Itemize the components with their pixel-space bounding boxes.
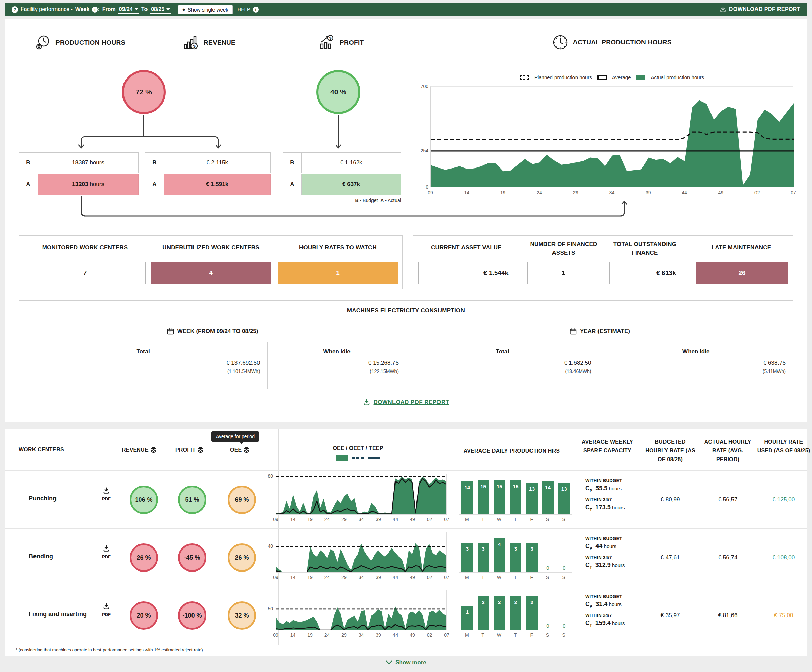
spark-y-label: 80 bbox=[259, 473, 273, 479]
x-tick-label: 09 bbox=[273, 575, 278, 580]
profit-percent-circle-value: -45 % bbox=[184, 554, 200, 561]
download-row-pdf-button[interactable]: PDF bbox=[96, 603, 116, 617]
day-label: W bbox=[497, 633, 502, 638]
cell-value: € 638,75 bbox=[599, 360, 793, 367]
bar-slot: 3 bbox=[524, 532, 540, 572]
oee-trend-chart bbox=[276, 590, 447, 630]
column-header-used-rate: HOURLY RATE USED (AS OF 08/25) bbox=[756, 438, 810, 455]
within-247-label: WITHIN 24/7 bbox=[585, 555, 624, 560]
daily-bar-value: 13 bbox=[556, 486, 572, 492]
sort-icon[interactable] bbox=[150, 447, 156, 453]
work-centers-panel: Average for period WORK CENTERS REVENUE … bbox=[5, 429, 807, 656]
x-tick-label: 49 bbox=[410, 575, 415, 580]
daily-bar-zero: 0 bbox=[540, 565, 556, 571]
cell-label: When idle bbox=[268, 348, 406, 355]
sort-icon[interactable] bbox=[244, 447, 249, 453]
hourly-rate-used: € 125,00 bbox=[756, 496, 810, 503]
day-label: S bbox=[546, 633, 549, 638]
oee-percent-circle-value: 32 % bbox=[235, 612, 249, 619]
show-more-button[interactable]: Show more bbox=[386, 659, 426, 666]
app-title: Facility performance - bbox=[20, 7, 73, 12]
day-label: T bbox=[481, 517, 484, 522]
from-label: From bbox=[102, 7, 116, 12]
spark-x-axis-labels: 0914192429343944490207 bbox=[276, 517, 447, 522]
actual-legend-swatch bbox=[636, 75, 645, 80]
x-tick-label: 34 bbox=[609, 190, 615, 195]
show-single-week-label: Show single week bbox=[188, 7, 229, 12]
oee-oeet-teep-label: OEE / OEET / TEEP bbox=[317, 444, 399, 453]
outstanding-finance-label: TOTAL OUTSTANDING FINANCE bbox=[606, 240, 684, 258]
download-icon bbox=[720, 6, 727, 13]
work-center-name: Bending bbox=[29, 553, 53, 560]
daily-production-chart: 14151515131413 bbox=[459, 474, 572, 515]
aph-chart-legend: Planned production hours Average Actual … bbox=[430, 75, 793, 80]
x-tick-label: 24 bbox=[324, 633, 330, 638]
week-idle-cell: When idle € 15.268,75 (122.15MWh) bbox=[267, 342, 406, 389]
x-tick-label: 09 bbox=[428, 190, 433, 195]
x-tick-label: 07 bbox=[444, 517, 449, 522]
planned-legend-swatch bbox=[520, 75, 529, 80]
x-tick-label: 49 bbox=[718, 190, 724, 195]
revenue-percent-circle-value: 26 % bbox=[137, 554, 150, 561]
divider bbox=[520, 235, 520, 289]
column-header-oee-legend: OEE / OEET / TEEP bbox=[317, 444, 399, 461]
value: 18387 bbox=[72, 159, 88, 166]
column-header-actual-rate: ACTUAL HOURLY RATE (AVG. PERIOD) bbox=[701, 438, 755, 464]
average-legend-swatch bbox=[597, 75, 607, 80]
to-label: To bbox=[142, 7, 148, 12]
to-week-select[interactable]: 08/25 bbox=[150, 6, 171, 14]
chevron-down-icon bbox=[135, 9, 138, 10]
x-tick-label: 44 bbox=[393, 575, 398, 580]
sort-icon[interactable] bbox=[198, 447, 203, 453]
spark-x-axis-labels: 0914192429343944490207 bbox=[276, 575, 447, 580]
year-consumption-header: YEAR (ESTIMATE) bbox=[406, 321, 793, 342]
download-pdf-report-link[interactable]: DOWNLOAD PDF REPORT bbox=[363, 399, 449, 406]
oee-trend-chart bbox=[276, 474, 447, 515]
bar-slot: 15 bbox=[475, 474, 491, 514]
x-tick-label: 39 bbox=[646, 190, 651, 195]
profit-percent-circle-value: 51 % bbox=[185, 496, 199, 503]
y-tick-0: 0 bbox=[414, 184, 428, 190]
actual-row: A 13203 hours bbox=[19, 174, 139, 195]
bar-slot: 4 bbox=[491, 532, 507, 572]
bar-slot: 13 bbox=[524, 474, 540, 514]
pdf-label: PDF bbox=[96, 554, 116, 559]
from-week-select[interactable]: 09/24 bbox=[118, 6, 139, 14]
bar-slot: 3 bbox=[507, 532, 524, 572]
daily-bar-value: 3 bbox=[475, 546, 491, 551]
within-budget-label: WITHIN BUDGET bbox=[585, 594, 624, 599]
download-row-pdf-button[interactable]: PDF bbox=[96, 487, 116, 501]
help-circle-icon[interactable]: ? bbox=[12, 7, 18, 13]
download-pdf-report-button[interactable]: DOWNLOAD PDF REPORT bbox=[720, 6, 800, 13]
cell-value: € 15.268,75 bbox=[268, 360, 406, 367]
bar-slot: 14 bbox=[459, 474, 475, 514]
budget-actual-legend: B - Budget A - Actual bbox=[299, 198, 401, 203]
within-budget-label: WITHIN BUDGET bbox=[585, 478, 624, 483]
day-label: S bbox=[562, 575, 565, 580]
show-more-label: Show more bbox=[395, 659, 426, 666]
download-row-pdf-button[interactable]: PDF bbox=[96, 545, 116, 559]
actual-hourly-rate: € 56,57 bbox=[701, 496, 755, 503]
cell-subvalue: (122.15MWh) bbox=[268, 368, 406, 374]
show-single-week-button[interactable]: ◆ Show single week bbox=[178, 5, 233, 14]
daily-bar-value: 15 bbox=[507, 484, 524, 489]
budget-row: B € 1.162k bbox=[283, 152, 401, 173]
help-link[interactable]: HELP bbox=[237, 7, 251, 12]
x-tick-label: 34 bbox=[359, 575, 364, 580]
day-label: S bbox=[546, 575, 549, 580]
bar-slot: 14 bbox=[540, 474, 556, 514]
daily-bar-value: 2 bbox=[507, 599, 524, 605]
x-tick-label: 07 bbox=[444, 575, 449, 580]
daily-bar-value: 1 bbox=[459, 609, 475, 615]
budget-row: B 18387 hours bbox=[19, 152, 139, 173]
x-tick-label: 14 bbox=[290, 575, 296, 580]
x-tick-label: 39 bbox=[375, 575, 381, 580]
x-tick-label: 44 bbox=[682, 190, 687, 195]
daily-bar-value: 3 bbox=[507, 546, 524, 551]
daily-bar-zero: 0 bbox=[556, 565, 572, 571]
x-tick-label: 44 bbox=[393, 517, 398, 522]
cell-subvalue: (1 101.54MWh) bbox=[19, 368, 267, 374]
column-header-oee: OEE bbox=[230, 447, 249, 453]
production-hours-budget-table: B 18387 hours A 13203 hours bbox=[19, 152, 139, 196]
within-247-label: WITHIN 24/7 bbox=[585, 497, 624, 502]
